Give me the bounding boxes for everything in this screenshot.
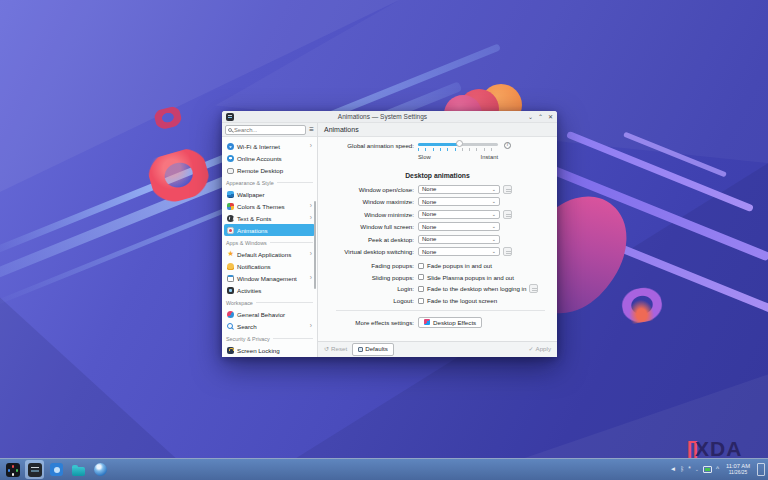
window-fullscreen-dropdown[interactable]: None ⌄	[418, 222, 500, 231]
animation-speed-slider[interactable]	[418, 141, 498, 151]
taskbar: ◄ ᛒ * ⌄ ^ 11:07 AM 11/26/25	[0, 458, 768, 480]
sidebar-item-search[interactable]: Search ›	[224, 320, 315, 332]
peek-at-desktop-dropdown[interactable]: None ⌄	[418, 235, 500, 244]
desktop-effects-icon	[424, 319, 430, 325]
system-tray: ◄ ᛒ * ⌄ ^ 11:07 AM 11/26/25	[670, 463, 765, 476]
tray-misc-icon[interactable]: *	[688, 466, 691, 473]
reset-button[interactable]: ↺ Reset	[324, 346, 347, 352]
logout-checkbox[interactable]	[418, 298, 424, 304]
sidebar-section-appearance: Appearance & Style	[224, 177, 315, 188]
close-button[interactable]: ✕	[548, 114, 553, 120]
xda-watermark: [] XDA	[687, 438, 742, 459]
sidebar-item-wifi-internet[interactable]: Wi-Fi & Internet ›	[224, 140, 315, 152]
sliding-popups-checkbox[interactable]	[418, 274, 424, 280]
system-settings-window: Animations — System Settings ⌄ ⌃ ✕ ≡	[222, 111, 557, 357]
text-fonts-icon	[227, 215, 234, 222]
sidebar-item-online-accounts[interactable]: Online Accounts	[224, 152, 315, 164]
search-settings-icon	[227, 323, 234, 330]
folder-icon	[72, 467, 85, 476]
footer-bar: ↺ Reset Defaults ✓ Apply	[318, 341, 557, 357]
chevron-down-icon: ⌄	[492, 212, 496, 217]
fading-popups-checkbox[interactable]	[418, 263, 424, 269]
configure-button[interactable]	[503, 210, 512, 219]
notifications-icon	[227, 263, 234, 270]
speed-label: Global animation speed:	[318, 142, 418, 149]
titlebar[interactable]: Animations — System Settings ⌄ ⌃ ✕	[222, 111, 557, 123]
maximize-button[interactable]: ⌃	[538, 114, 543, 120]
sidebar-item-screen-locking[interactable]: Screen Locking	[224, 344, 315, 356]
chevron-down-icon[interactable]: ⌄	[695, 467, 699, 472]
task-system-settings[interactable]	[25, 460, 44, 479]
login-checkbox[interactable]	[418, 286, 424, 292]
system-settings-icon	[28, 463, 42, 477]
system-settings-icon	[226, 113, 234, 121]
sidebar-item-window-management[interactable]: Window Management ›	[224, 272, 315, 284]
configure-button[interactable]	[503, 247, 512, 256]
clock[interactable]: 11:07 AM 11/26/25	[726, 463, 750, 476]
chevron-right-icon: ›	[310, 143, 312, 150]
chevron-right-icon: ›	[310, 323, 312, 330]
defaults-icon	[358, 347, 363, 352]
info-icon[interactable]: i	[504, 142, 511, 149]
slider-handle[interactable]	[456, 140, 463, 147]
sidebar-section-workspace: Workspace	[224, 297, 315, 308]
search-input[interactable]	[234, 127, 303, 133]
menu-icon[interactable]: ≡	[309, 126, 314, 134]
expand-tray-icon[interactable]: ^	[716, 466, 719, 473]
sidebar-section-security-privacy: Security & Privacy	[224, 333, 315, 344]
wallpaper-icon	[227, 191, 234, 198]
window-open-close-dropdown[interactable]: None ⌄	[418, 185, 500, 194]
colors-themes-icon	[227, 203, 234, 210]
animations-icon	[227, 227, 234, 234]
sidebar-item-wallpaper[interactable]: Wallpaper	[224, 188, 315, 200]
bluetooth-icon[interactable]: ᛒ	[680, 466, 684, 473]
chevron-right-icon: ›	[310, 251, 312, 258]
app-launcher-button[interactable]	[3, 460, 22, 479]
sidebar-item-remote-desktop[interactable]: Remote Desktop	[224, 164, 315, 176]
general-behavior-icon	[227, 311, 234, 318]
desktop-effects-button[interactable]: Desktop Effects	[418, 317, 482, 328]
show-desktop-button[interactable]	[757, 463, 765, 476]
window-maximize-dropdown[interactable]: None ⌄	[418, 197, 500, 206]
sidebar-scrollbar[interactable]	[314, 201, 316, 289]
screen-locking-icon	[227, 347, 234, 354]
sidebar-section-apps-windows: Apps & Windows	[224, 237, 315, 248]
chevron-right-icon: ›	[310, 203, 312, 210]
window-title: Animations — System Settings	[237, 113, 528, 120]
virtual-desktop-switching-dropdown[interactable]: None ⌄	[418, 247, 500, 256]
chevron-down-icon: ⌄	[492, 249, 496, 254]
chevron-down-icon: ⌄	[492, 237, 496, 242]
configure-button[interactable]	[503, 185, 512, 194]
minimize-button[interactable]: ⌄	[528, 114, 533, 120]
section-heading: Desktop animations	[405, 172, 470, 179]
sidebar-item-general-behavior[interactable]: General Behavior	[224, 308, 315, 320]
configure-button[interactable]	[529, 284, 538, 293]
sidebar-list: Wi-Fi & Internet › Online Accounts Remot…	[222, 137, 317, 357]
defaults-button[interactable]: Defaults	[352, 343, 394, 355]
apply-button[interactable]: ✓ Apply	[528, 346, 551, 352]
sidebar-item-activities[interactable]: Activities	[224, 284, 315, 296]
activities-icon	[227, 287, 234, 294]
separator	[336, 310, 545, 311]
window-management-icon	[227, 275, 234, 282]
window-minimize-dropdown[interactable]: None ⌄	[418, 210, 500, 219]
display-icon[interactable]	[703, 466, 712, 473]
task-discover[interactable]	[47, 460, 66, 479]
search-field[interactable]	[225, 125, 306, 135]
slider-max-label: Instant	[481, 154, 498, 160]
online-accounts-icon	[227, 155, 234, 162]
reset-icon: ↺	[324, 346, 329, 352]
wallpaper-torus	[145, 145, 214, 207]
sidebar-item-text-fonts[interactable]: Text & Fonts ›	[224, 212, 315, 224]
search-icon	[228, 128, 232, 132]
sidebar-item-animations[interactable]: Animations	[224, 224, 315, 236]
default-applications-icon: ★	[227, 251, 234, 258]
sidebar-item-default-applications[interactable]: ★ Default Applications ›	[224, 248, 315, 260]
volume-icon[interactable]: ◄	[670, 466, 676, 473]
sidebar-item-notifications[interactable]: Notifications	[224, 260, 315, 272]
task-browser[interactable]	[91, 460, 110, 479]
task-file-manager[interactable]	[69, 460, 88, 479]
sidebar-item-colors-themes[interactable]: Colors & Themes ›	[224, 200, 315, 212]
chevron-right-icon: ›	[310, 275, 312, 282]
slider-ticks	[418, 148, 460, 151]
